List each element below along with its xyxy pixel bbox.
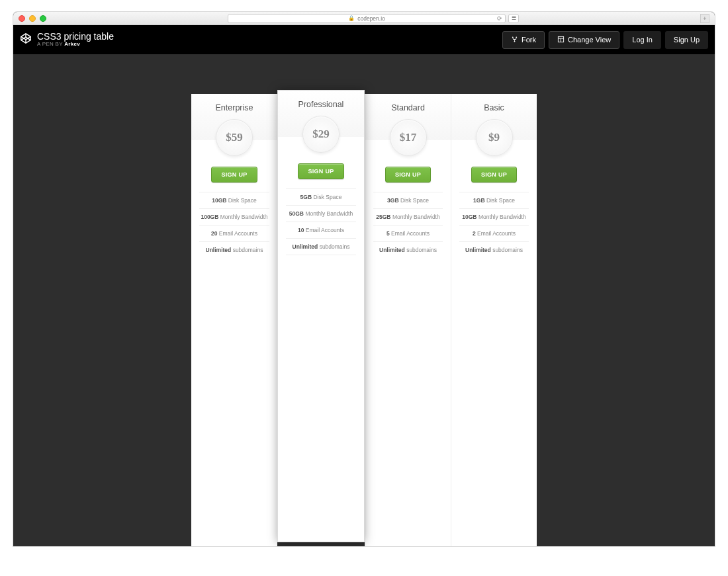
price-circle: $17 bbox=[390, 119, 427, 156]
plan-name: Basic bbox=[451, 103, 537, 112]
pricing-card: Enterprise$59SIGN UP10GB Disk Space100GB… bbox=[191, 94, 277, 546]
plan-signup-button[interactable]: SIGN UP bbox=[211, 167, 257, 183]
feature-row: 20 Email Accounts bbox=[199, 225, 269, 241]
minimize-icon[interactable] bbox=[29, 15, 36, 22]
feature-row: 10 Email Accounts bbox=[286, 222, 356, 238]
feature-row: 1GB Disk Space bbox=[459, 192, 529, 208]
feature-row: Unlimited subdomains bbox=[199, 241, 269, 258]
feature-row: 2 Email Accounts bbox=[459, 225, 529, 241]
pen-title: CSS3 pricing table bbox=[37, 32, 114, 42]
plan-name: Standard bbox=[365, 103, 451, 112]
feature-row: 25GB Monthly Bandwidth bbox=[373, 208, 443, 225]
feature-row: 3GB Disk Space bbox=[373, 192, 443, 208]
layout-icon bbox=[557, 36, 565, 44]
feature-row: 50GB Monthly Bandwidth bbox=[286, 205, 356, 222]
pricing-card: Standard$17SIGN UP3GB Disk Space25GB Mon… bbox=[365, 94, 451, 546]
pen-subtitle: A PEN BY Arkev bbox=[37, 42, 114, 48]
pen-author[interactable]: Arkev bbox=[64, 41, 80, 47]
reader-button[interactable]: ☰ bbox=[508, 14, 519, 23]
pricing-card: Professional$29SIGN UP5GB Disk Space50GB… bbox=[277, 90, 365, 542]
feature-row: Unlimited subdomains bbox=[286, 238, 356, 255]
traffic-lights bbox=[19, 15, 46, 22]
feature-row: 10GB Disk Space bbox=[199, 192, 269, 208]
feature-row: 5 Email Accounts bbox=[373, 225, 443, 241]
plan-signup-button[interactable]: SIGN UP bbox=[471, 167, 517, 183]
plan-name: Enterprise bbox=[191, 103, 277, 112]
plan-price: $59 bbox=[226, 131, 243, 144]
reload-icon[interactable]: ⟳ bbox=[497, 15, 502, 22]
app-header: CSS3 pricing table A PEN BY Arkev Fork C… bbox=[13, 25, 715, 54]
pricing-card: Basic$9SIGN UP1GB Disk Space10GB Monthly… bbox=[451, 94, 537, 546]
plan-price: $29 bbox=[312, 128, 330, 141]
browser-window: 🔒 codepen.io ⟳ ☰ + CSS3 pricing table bbox=[13, 12, 715, 546]
feature-row: 100GB Monthly Bandwidth bbox=[199, 208, 269, 225]
feature-row: Unlimited subdomains bbox=[373, 241, 443, 258]
plan-signup-button[interactable]: SIGN UP bbox=[298, 163, 343, 179]
url-bar[interactable]: 🔒 codepen.io ⟳ bbox=[228, 14, 506, 23]
feature-row: 10GB Monthly Bandwidth bbox=[459, 208, 529, 225]
login-button[interactable]: Log In bbox=[623, 31, 661, 49]
url-host: codepen.io bbox=[357, 15, 385, 22]
zoom-icon[interactable] bbox=[40, 15, 46, 22]
close-icon[interactable] bbox=[19, 15, 25, 22]
pricing-table: Enterprise$59SIGN UP10GB Disk Space100GB… bbox=[191, 94, 537, 546]
plan-signup-button[interactable]: SIGN UP bbox=[385, 167, 431, 183]
change-view-button[interactable]: Change View bbox=[549, 31, 619, 49]
plan-price: $9 bbox=[488, 131, 500, 144]
lock-icon: 🔒 bbox=[348, 15, 355, 21]
titlebar: 🔒 codepen.io ⟳ ☰ + bbox=[13, 12, 715, 25]
signup-button[interactable]: Sign Up bbox=[665, 31, 708, 49]
plan-price: $17 bbox=[400, 131, 417, 144]
price-circle: $9 bbox=[476, 119, 513, 156]
codepen-logo-icon bbox=[20, 32, 32, 47]
price-circle: $29 bbox=[302, 116, 340, 153]
feature-row: Unlimited subdomains bbox=[459, 241, 529, 258]
plan-name: Professional bbox=[278, 100, 364, 109]
price-circle: $59 bbox=[216, 119, 253, 156]
feature-row: 5GB Disk Space bbox=[286, 188, 356, 205]
content-area: Enterprise$59SIGN UP10GB Disk Space100GB… bbox=[13, 54, 715, 546]
fork-icon bbox=[511, 36, 518, 44]
logo-area: CSS3 pricing table A PEN BY Arkev bbox=[20, 32, 114, 48]
fork-button[interactable]: Fork bbox=[502, 31, 545, 49]
new-tab-button[interactable]: + bbox=[700, 14, 709, 23]
